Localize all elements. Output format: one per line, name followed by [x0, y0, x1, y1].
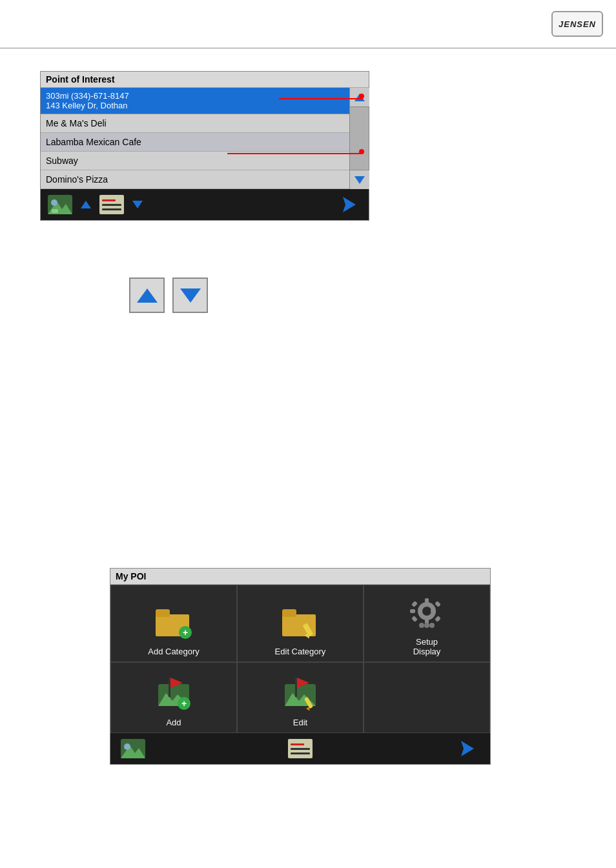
mypoi-map-button[interactable] — [120, 736, 146, 762]
svg-point-2 — [51, 199, 57, 206]
empty-cell — [364, 662, 490, 733]
svg-rect-27 — [169, 678, 170, 697]
up-arrow-icon — [81, 201, 91, 208]
list-item[interactable]: Domino's Pizza — [41, 170, 349, 189]
poi-selected-line2: 143 Kelley Dr, Dothan — [46, 101, 344, 110]
svg-point-24 — [429, 623, 435, 628]
list-item[interactable]: Me & Ma's Deli — [41, 114, 349, 133]
svg-rect-33 — [295, 678, 297, 697]
edit-poi-label: Edit — [293, 718, 307, 727]
mypoi-panel: My POI + Add Category — [110, 568, 491, 765]
annotation-line-2 — [227, 153, 363, 154]
big-down-arrow-icon — [180, 288, 201, 303]
down-arrow-icon — [132, 201, 143, 208]
svg-point-13 — [422, 607, 431, 616]
svg-point-22 — [419, 623, 424, 628]
jensen-logo: JENSEN — [551, 11, 603, 37]
svg-rect-5 — [156, 609, 170, 617]
list-line-icon — [291, 743, 304, 745]
setup-display-label: Setup Display — [413, 637, 441, 656]
poi-panel-title: Point of Interest — [41, 72, 369, 88]
add-category-icon-area: + — [153, 601, 194, 643]
poi-toolbar — [41, 189, 369, 220]
poi-list: 303mi (334)-671-8147 143 Kelley Dr, Doth… — [41, 88, 349, 189]
edit-poi-icon-area — [280, 672, 321, 714]
list-line-icon — [291, 752, 310, 754]
big-scroll-down-button[interactable] — [172, 278, 208, 313]
setup-display-cell[interactable]: Setup Display — [364, 585, 490, 662]
svg-point-39 — [124, 743, 130, 750]
poi-selected-line1: 303mi (334)-671-8147 — [46, 91, 344, 101]
list-icon — [99, 195, 124, 214]
svg-rect-19 — [435, 601, 441, 607]
big-up-arrow-icon — [137, 288, 158, 303]
svg-rect-17 — [431, 609, 436, 613]
edit-poi-cell[interactable]: Edit — [237, 662, 364, 733]
list-toolbar-button[interactable] — [99, 192, 125, 217]
svg-rect-9 — [282, 609, 296, 617]
list-item[interactable]: Subway — [41, 152, 349, 170]
list-item[interactable]: Labamba Mexican Cafe — [41, 133, 349, 152]
svg-rect-3 — [52, 209, 58, 213]
big-scroll-up-button[interactable] — [129, 278, 165, 313]
mypoi-toolbar — [110, 733, 490, 764]
svg-point-23 — [424, 623, 429, 628]
annotation-dot-1 — [359, 94, 364, 99]
scroll-down-button[interactable] — [350, 170, 369, 189]
list-icon — [288, 739, 313, 758]
svg-rect-18 — [411, 601, 418, 607]
svg-rect-20 — [411, 616, 418, 622]
map-toolbar-button[interactable] — [47, 192, 73, 217]
edit-category-label: Edit Category — [275, 647, 326, 656]
back-toolbar-button[interactable] — [336, 192, 362, 217]
annotation-line-1 — [279, 98, 363, 99]
list-line-icon — [102, 199, 116, 201]
add-poi-label: Add — [166, 718, 181, 727]
add-poi-icon-area: + — [153, 672, 194, 714]
mypoi-back-button[interactable] — [455, 736, 480, 762]
svg-rect-14 — [425, 598, 429, 603]
svg-text:+: + — [181, 698, 187, 709]
annotation-dot-2 — [359, 149, 364, 154]
list-line-icon — [102, 208, 121, 210]
list-line-icon — [291, 748, 310, 750]
down-toolbar-button[interactable] — [125, 192, 150, 217]
setup-display-icon-area — [406, 592, 447, 633]
list-line-icon — [102, 204, 121, 206]
add-poi-cell[interactable]: + Add — [110, 662, 237, 733]
mypoi-grid: + Add Category Edit Category — [110, 585, 490, 733]
scroll-arrows-section — [129, 278, 208, 313]
add-category-label: Add Category — [148, 647, 200, 656]
edit-category-icon-area — [280, 601, 321, 643]
svg-rect-21 — [435, 616, 441, 622]
poi-selected-item[interactable]: 303mi (334)-671-8147 143 Kelley Dr, Doth… — [41, 88, 349, 114]
svg-text:+: + — [183, 627, 188, 638]
poi-scrollbar — [349, 88, 369, 189]
svg-rect-16 — [410, 609, 415, 613]
edit-category-cell[interactable]: Edit Category — [237, 585, 364, 662]
triangle-down-icon — [354, 176, 365, 184]
mypoi-list-button[interactable] — [287, 736, 313, 762]
add-category-cell[interactable]: + Add Category — [110, 585, 237, 662]
page-header: JENSEN — [0, 0, 616, 48]
poi-content-area: 303mi (334)-671-8147 143 Kelley Dr, Doth… — [41, 88, 369, 189]
mypoi-panel-title: My POI — [110, 569, 490, 585]
up-toolbar-button[interactable] — [73, 192, 99, 217]
poi-panel: Point of Interest 303mi (334)-671-8147 1… — [40, 71, 369, 221]
